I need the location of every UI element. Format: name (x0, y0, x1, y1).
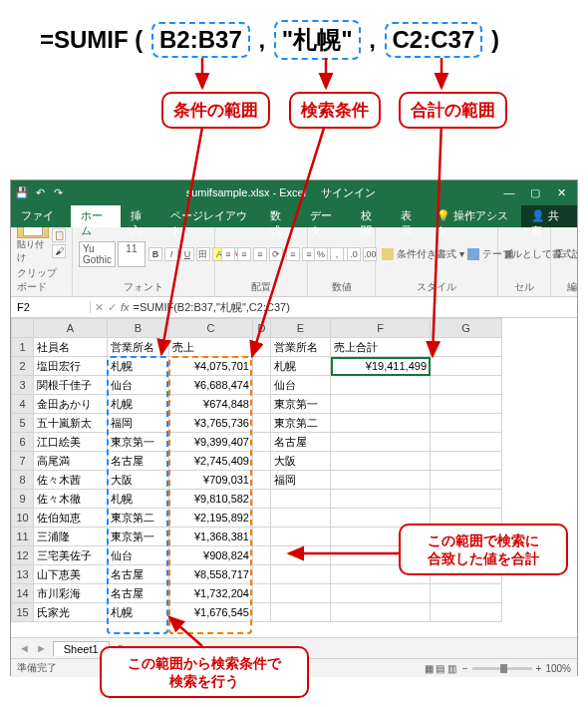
cell-sales[interactable]: ¥1,676,545 (169, 603, 253, 622)
cell-blank[interactable] (253, 490, 271, 509)
enter-formula-icon[interactable]: ✓ (108, 301, 117, 314)
close-icon[interactable]: ✕ (549, 186, 573, 199)
cell-sales[interactable]: ¥4,075,701 (169, 357, 253, 376)
row-hdr[interactable]: 14 (12, 584, 34, 603)
cell-sales[interactable]: ¥8,558,717 (169, 565, 253, 584)
copy-icon[interactable]: 📋 (52, 228, 66, 242)
italic-button[interactable]: I (164, 247, 178, 261)
cell-blank[interactable] (253, 414, 271, 433)
cell-name[interactable]: 関根千佳子 (34, 376, 108, 395)
cell-blank[interactable] (253, 433, 271, 452)
align-left-icon[interactable]: ≡ (286, 247, 300, 261)
cell-name[interactable]: 佐々木茜 (34, 471, 108, 490)
cell-blank[interactable] (253, 565, 271, 584)
tell-me[interactable]: 💡 操作アシスト (431, 205, 518, 227)
font-name-select[interactable]: Yu Gothic (79, 241, 116, 267)
signin-label[interactable]: サインイン (321, 186, 376, 198)
cell-name[interactable]: 佐伯知恵 (34, 509, 108, 528)
cell-D1[interactable] (253, 338, 271, 357)
cell-sales[interactable]: ¥1,732,204 (169, 584, 253, 603)
zoom-in-icon[interactable]: + (536, 663, 542, 674)
cell-office[interactable]: 名古屋 (108, 584, 169, 603)
cell-office[interactable]: 名古屋 (108, 565, 169, 584)
save-icon[interactable]: 💾 (15, 186, 29, 200)
align-middle-icon[interactable]: ≡ (237, 247, 251, 261)
cell-blank2[interactable] (431, 452, 502, 471)
col-B[interactable]: B (108, 319, 169, 338)
cell-summary-total[interactable] (331, 433, 431, 452)
view-normal-icon[interactable]: ▦ (425, 663, 434, 674)
cell-blank2[interactable] (431, 376, 502, 395)
cell-B1[interactable]: 営業所名 (108, 338, 169, 357)
row-hdr[interactable]: 4 (12, 395, 34, 414)
row-hdr[interactable]: 11 (12, 528, 34, 546)
view-pagelayout-icon[interactable]: ▤ (436, 663, 444, 674)
sheet-nav-next-icon[interactable]: ► (36, 642, 47, 654)
cell-summary-office[interactable]: 仙台 (271, 376, 331, 395)
cell-office[interactable]: 札幌 (108, 603, 169, 622)
col-A[interactable]: A (34, 319, 108, 338)
row-hdr[interactable]: 5 (12, 414, 34, 433)
cell-blank2[interactable] (431, 357, 502, 376)
cell-blank[interactable] (253, 452, 271, 471)
cell-summary-total[interactable] (331, 376, 431, 395)
cell-name[interactable]: 塩田宏行 (34, 357, 108, 376)
tab-insert[interactable]: 挿入 (121, 205, 160, 227)
cell-summary-office[interactable]: 福岡 (271, 471, 331, 490)
tab-review[interactable]: 校閲 (351, 205, 391, 227)
cell-name[interactable]: 佐々木徹 (34, 490, 108, 509)
cell-A1[interactable]: 社員名 (34, 338, 108, 357)
orientation-icon[interactable]: ⟳ (269, 247, 283, 261)
cell-blank[interactable] (253, 584, 271, 603)
cell-summary-office[interactable]: 札幌 (271, 357, 331, 376)
cell-summary-office[interactable]: 東京第二 (271, 414, 331, 433)
row-hdr[interactable]: 6 (12, 433, 34, 452)
sheet-nav-prev-icon[interactable]: ◄ (19, 642, 30, 654)
align-top-icon[interactable]: ≡ (221, 247, 235, 261)
dec-decimal-icon[interactable]: .00 (363, 247, 377, 261)
cell-sales[interactable]: ¥2,195,892 (169, 509, 253, 528)
cell-summary-total[interactable] (331, 490, 431, 509)
cell-blank[interactable] (253, 357, 271, 376)
cell-blank2[interactable] (431, 433, 502, 452)
tab-formulas[interactable]: 数式 (260, 205, 300, 227)
col-F[interactable]: F (331, 319, 431, 338)
cell-blank[interactable] (253, 603, 271, 622)
cell-sales[interactable]: ¥709,031 (169, 471, 253, 490)
cell-summary-office[interactable] (271, 603, 331, 622)
cell-name[interactable]: 市川彩海 (34, 584, 108, 603)
cell-summary-total[interactable] (331, 414, 431, 433)
cell-summary-office[interactable] (271, 490, 331, 509)
grid[interactable]: A B C D E F G 1社員名営業所名売上営業所名売上合計2塩田宏行札幌¥… (11, 318, 577, 637)
cell-summary-total[interactable]: ¥19,411,499 (331, 357, 431, 376)
cell-summary-office[interactable]: 名古屋 (271, 433, 331, 452)
cell-summary-office[interactable] (271, 565, 331, 584)
cell-summary-office[interactable] (271, 584, 331, 603)
cell-office[interactable]: 東京第二 (108, 509, 169, 528)
underline-button[interactable]: U (180, 247, 194, 261)
row-hdr[interactable]: 9 (12, 490, 34, 509)
cell-office[interactable]: 名古屋 (108, 452, 169, 471)
tab-view[interactable]: 表示 (391, 205, 431, 227)
minimize-icon[interactable]: — (497, 186, 521, 199)
cell-summary-total[interactable] (331, 584, 431, 603)
col-D[interactable]: D (253, 319, 271, 338)
paste-button[interactable]: 貼り付け (17, 227, 49, 264)
share-button[interactable]: 👤 共有 (521, 205, 577, 227)
cell-office[interactable]: 仙台 (108, 376, 169, 395)
cell-name[interactable]: 高尾満 (34, 452, 108, 471)
col-E[interactable]: E (271, 319, 331, 338)
cell-office[interactable]: 札幌 (108, 395, 169, 414)
inc-decimal-icon[interactable]: .0 (347, 247, 361, 261)
cells-icon[interactable]: ▦ (504, 229, 544, 278)
format-painter-icon[interactable]: 🖌 (52, 244, 66, 258)
cell-name[interactable]: 山下恵美 (34, 565, 108, 584)
zoom-slider[interactable] (472, 667, 532, 670)
redo-icon[interactable]: ↷ (51, 186, 65, 200)
name-box[interactable]: F2 (11, 301, 91, 313)
cell-F1[interactable]: 売上合計 (331, 338, 431, 357)
cell-name[interactable]: 氏家光 (34, 603, 108, 622)
cell-name[interactable]: 三浦隆 (34, 528, 108, 546)
zoom-out-icon[interactable]: − (462, 663, 468, 674)
cell-sales[interactable]: ¥1,368,381 (169, 528, 253, 546)
